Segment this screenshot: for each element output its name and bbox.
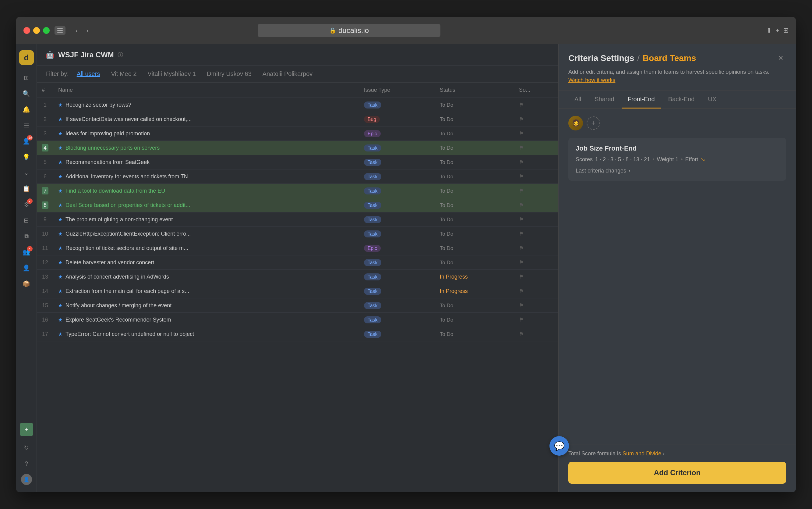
table-row[interactable]: 15 ★ Notify about changes / merging of t… (37, 298, 558, 313)
table-row[interactable]: 1 ★ Recognize sector by rows? Task To Do… (37, 98, 558, 112)
share-icon[interactable]: ⬆ (766, 27, 772, 34)
status-text: To Do (440, 317, 453, 323)
cell-score: ⚑ (514, 127, 558, 141)
type-badge: Task (364, 302, 381, 309)
table-row[interactable]: 2 ★ If saveContactData was never called … (37, 112, 558, 127)
nav-ideas[interactable]: 💡 (20, 150, 33, 164)
new-tab-icon[interactable]: + (775, 27, 779, 34)
table-row[interactable]: 4 ★ Blocking unnecessary ports on server… (37, 141, 558, 155)
nav-grid[interactable]: ⊟ (20, 214, 33, 227)
table-row[interactable]: 14 ★ Extraction from the main call for e… (37, 284, 558, 298)
filter-vit-mee[interactable]: Vit Mee 2 (108, 69, 140, 79)
table-row[interactable]: 16 ★ Explore SeatGeek's Recommender Syst… (37, 313, 558, 327)
table-row[interactable]: 8 ★ Deal Score based on properties of ti… (37, 198, 558, 212)
team-members: 🧔 + (568, 116, 786, 131)
tab-frontend[interactable]: Front-End (622, 91, 661, 108)
table-row[interactable]: 6 ★ Additional inventory for events and … (37, 169, 558, 184)
table-row[interactable]: 12 ★ Delete harvester and vendor concert… (37, 256, 558, 270)
sidebar-toggle-btn[interactable] (54, 26, 66, 35)
back-button[interactable]: ‹ (72, 26, 81, 35)
cell-name: ★ Explore SeatGeek's Recommender System (53, 313, 359, 327)
address-bar[interactable]: 🔒 ducalis.io (258, 24, 440, 37)
icon-nav: d ⊞ 🔍 🔔 ☰ 👤 105 💡 ⌄ 📋 ⚙ • ⊟ ⧉ 👥 • (16, 44, 37, 492)
tab-all[interactable]: All (568, 91, 587, 108)
detail-dot-1: • (653, 156, 654, 163)
cell-score: ⚑ (514, 284, 558, 298)
chat-bubble-button[interactable]: 💬 (549, 436, 569, 456)
table-row[interactable]: 3 ★ Ideas for improving paid promotion E… (37, 127, 558, 141)
nav-search[interactable]: 🔍 (20, 87, 33, 100)
nav-box[interactable]: 📦 (20, 277, 33, 291)
nav-profile-avatar[interactable]: 👤 (20, 473, 33, 486)
table-row[interactable]: 11 ★ Recognition of ticket sectors and o… (37, 241, 558, 256)
cell-type: Task (359, 298, 435, 313)
grid-icon[interactable]: ⊞ (783, 27, 788, 34)
nav-add-button[interactable]: + (20, 423, 33, 436)
cell-num: 13 (37, 270, 53, 284)
criterion-title: Job Size Front-End (576, 144, 779, 152)
score-icon: ⚑ (519, 116, 524, 122)
watch-link[interactable]: Watch how it works (568, 77, 615, 83)
table-row[interactable]: 17 ★ TypeError: Cannot convert undefined… (37, 327, 558, 341)
cell-type: Epic (359, 241, 435, 256)
score-icon: ⚑ (519, 259, 524, 266)
col-type: Issue Type (359, 82, 435, 98)
add-member-button[interactable]: + (587, 116, 600, 130)
nav-notifications[interactable]: 🔔 (20, 103, 33, 116)
table-row[interactable]: 9 ★ The problem of gluing a non-changing… (37, 212, 558, 227)
tab-ux[interactable]: UX (702, 91, 723, 108)
minimize-traffic-light[interactable] (33, 27, 40, 34)
table-row[interactable]: 10 ★ GuzzleHttp\Exception\ClientExceptio… (37, 227, 558, 241)
cell-type: Task (359, 227, 435, 241)
cell-status: To Do (435, 198, 514, 212)
cell-name: ★ Recommendations from SeatGeek (53, 155, 359, 169)
tab-shared[interactable]: Shared (588, 91, 620, 108)
table-row[interactable]: 5 ★ Recommendations from SeatGeek Task T… (37, 155, 558, 169)
cell-status: To Do (435, 327, 514, 341)
filter-dmitry[interactable]: Dmitry Uskov 63 (204, 69, 255, 79)
status-text: To Do (440, 145, 453, 151)
forward-button[interactable]: › (82, 26, 92, 35)
close-traffic-light[interactable] (24, 27, 30, 34)
panel-description: Add or edit criteria, and assign them to… (568, 68, 786, 84)
last-changes-link[interactable]: Last criteria changes › (576, 168, 779, 174)
nav-help[interactable]: ? (20, 457, 33, 470)
cell-type: Task (359, 198, 435, 212)
filter-all-users[interactable]: All users (74, 69, 103, 79)
filter-vitalii[interactable]: Vitalii Myshliaev 1 (145, 69, 199, 79)
score-icon: ⚑ (519, 288, 524, 294)
type-badge: Task (364, 144, 381, 151)
cell-type: Task (359, 98, 435, 112)
nav-chevron-down[interactable]: ⌄ (20, 166, 33, 179)
score-icon: ⚑ (519, 131, 524, 137)
table-row[interactable]: 7 ★ Find a tool to download data from th… (37, 184, 558, 198)
add-criterion-button[interactable]: Add Criterion (568, 462, 786, 484)
tasks-table: # Name Issue Type Status So... 1 ★ Recog… (37, 82, 558, 341)
close-panel-button[interactable]: ✕ (775, 53, 786, 64)
nav-settings-2[interactable]: ⚙ • (20, 198, 33, 211)
cell-status: To Do (435, 184, 514, 198)
cell-status: To Do (435, 127, 514, 141)
badge-red: • (27, 198, 33, 204)
tab-backend[interactable]: Back-End (662, 91, 701, 108)
total-score-formula[interactable]: Sum and Divide (623, 450, 661, 456)
nav-people[interactable]: 👥 • (20, 245, 33, 259)
star-icon: ★ (58, 188, 63, 194)
cell-num: 7 (37, 184, 53, 198)
score-icon: ⚑ (519, 145, 524, 151)
filter-anatolii[interactable]: Anatolii Polikarpov (259, 69, 316, 79)
nav-tasks[interactable]: 📋 (20, 182, 33, 195)
nav-avatar[interactable]: 👤 (20, 261, 33, 275)
score-icon: ⚑ (519, 274, 524, 280)
nav-user-group[interactable]: 👤 105 (20, 134, 33, 148)
status-text: In Progress (440, 274, 468, 280)
nav-layers[interactable]: ⧉ (20, 230, 33, 243)
panel-desc-text: Add or edit criteria, and assign them to… (568, 69, 769, 75)
cell-score: ⚑ (514, 212, 558, 227)
nav-list[interactable]: ☰ (20, 118, 33, 132)
maximize-traffic-light[interactable] (43, 27, 50, 34)
cell-score: ⚑ (514, 184, 558, 198)
nav-refresh[interactable]: ↻ (20, 441, 33, 454)
table-row[interactable]: 13 ★ Analysis of concert advertising in … (37, 270, 558, 284)
nav-home[interactable]: ⊞ (20, 71, 33, 84)
